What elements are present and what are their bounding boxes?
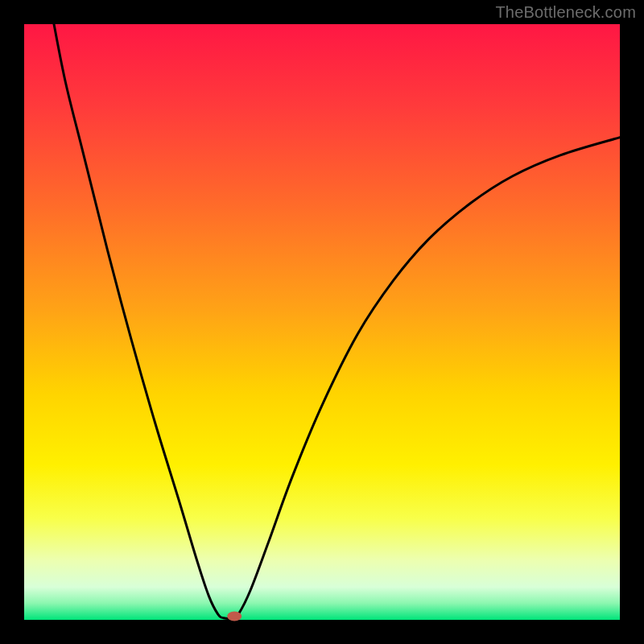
chart-frame: TheBottleneck.com (0, 0, 644, 644)
bottleneck-chart (0, 0, 644, 644)
plot-background (24, 24, 620, 620)
watermark-text: TheBottleneck.com (495, 3, 636, 22)
optimum-marker (227, 612, 242, 621)
